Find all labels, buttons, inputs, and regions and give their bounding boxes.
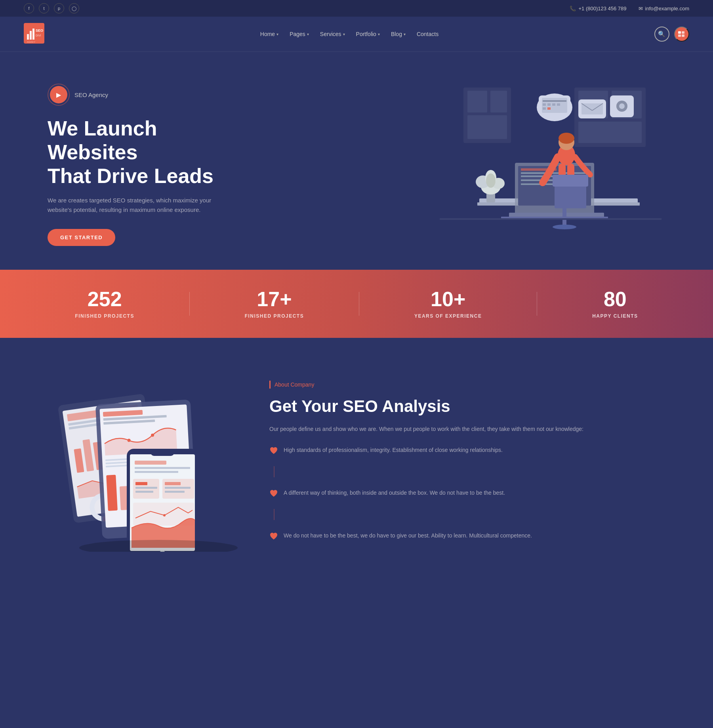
search-button[interactable]: 🔍 <box>654 27 669 42</box>
nav-portfolio[interactable]: Portfolio ▾ <box>356 31 380 37</box>
svg-rect-110 <box>165 487 191 489</box>
svg-rect-41 <box>521 172 588 174</box>
svg-point-63 <box>486 173 496 188</box>
stat-divider <box>537 292 537 316</box>
about-bullet-list: High standards of professionalism, integ… <box>269 446 665 541</box>
about-label-text: About Company <box>275 381 314 388</box>
svg-rect-25 <box>552 103 555 106</box>
stat-label: HAPPY CLIENTS <box>592 313 638 319</box>
chevron-down-icon: ▾ <box>404 32 406 36</box>
hero-description: We are creates targeted SEO strategies, … <box>48 196 214 215</box>
logo-icon: SEO DIVI AGENCY <box>24 23 44 44</box>
stat-number: 10+ <box>414 289 482 309</box>
get-started-button[interactable]: GET STARTED <box>48 229 115 246</box>
svg-rect-1 <box>27 34 29 40</box>
stat-number: 252 <box>75 289 134 309</box>
hero-section: ▶ SEO Agency We Launch Websites That Dri… <box>0 52 713 270</box>
stat-label: YEARS OF EXPERIENCE <box>414 313 482 319</box>
svg-rect-106 <box>135 482 147 485</box>
facebook-icon[interactable]: f <box>24 3 34 13</box>
svg-rect-14 <box>467 115 507 139</box>
heart-icon-1 <box>269 446 278 455</box>
hero-label: ▶ SEO Agency <box>48 84 246 106</box>
about-illustration <box>48 370 238 552</box>
svg-rect-23 <box>543 103 546 106</box>
contact-info: 📞 +1 (800)123 456 789 ✉ info@example.com <box>570 6 689 11</box>
svg-rect-2 <box>30 31 32 40</box>
social-icons: f t p ◯ <box>24 3 79 13</box>
phone-contact: 📞 +1 (800)123 456 789 <box>570 6 626 11</box>
svg-point-35 <box>619 103 625 109</box>
bullet-text-3: We do not have to be the best, we do hav… <box>284 531 532 540</box>
svg-point-57 <box>553 225 576 229</box>
nav-home[interactable]: Home ▾ <box>260 31 278 37</box>
svg-rect-102 <box>135 467 190 469</box>
grid-icon <box>678 31 685 37</box>
bullet-connector <box>274 509 275 520</box>
svg-rect-13 <box>490 91 507 112</box>
svg-rect-18 <box>578 122 642 143</box>
menu-button[interactable] <box>674 27 689 42</box>
about-content: About Company Get Your SEO Analysis Our … <box>269 381 665 541</box>
svg-rect-92 <box>106 475 118 511</box>
svg-point-115 <box>79 540 238 552</box>
play-ring: ▶ <box>48 84 70 106</box>
hero-illustration <box>436 84 665 234</box>
svg-rect-27 <box>543 107 546 110</box>
svg-rect-64 <box>440 218 662 220</box>
chevron-down-icon: ▾ <box>276 32 278 36</box>
nav-pages[interactable]: Pages ▾ <box>290 31 309 37</box>
hero-title: We Launch Websites That Drive Leads <box>48 117 246 188</box>
label-accent-bar <box>269 381 271 389</box>
top-bar: f t p ◯ 📞 +1 (800)123 456 789 ✉ info@exa… <box>0 0 713 17</box>
play-button[interactable]: ▶ <box>50 86 67 103</box>
svg-rect-26 <box>557 103 560 106</box>
bullet-item-2: A different way of thinking, both inside… <box>269 488 665 498</box>
svg-rect-12 <box>467 91 487 112</box>
nav-blog[interactable]: Blog ▾ <box>391 31 406 37</box>
bullet-item-3: We do not have to be the best, we do hav… <box>269 531 665 541</box>
about-illustration-svg <box>48 370 238 552</box>
stat-number: 17+ <box>245 289 304 309</box>
nav-services[interactable]: Services ▾ <box>320 31 345 37</box>
chevron-down-icon: ▾ <box>378 32 380 36</box>
heart-icon-3 <box>269 532 278 541</box>
svg-rect-108 <box>135 491 153 493</box>
svg-rect-3 <box>32 29 34 40</box>
site-logo[interactable]: SEO DIVI AGENCY <box>24 23 44 45</box>
stat-finished-projects-1: 252 FINISHED PROJECTS <box>75 289 134 319</box>
svg-rect-24 <box>547 103 551 106</box>
svg-rect-101 <box>135 461 166 465</box>
svg-rect-54 <box>555 185 586 208</box>
svg-rect-7 <box>678 31 681 34</box>
main-nav: Home ▾ Pages ▾ Services ▾ Portfolio ▾ Bl… <box>260 31 438 37</box>
svg-rect-28 <box>547 107 551 110</box>
stat-happy-clients: 80 HAPPY CLIENTS <box>592 289 638 319</box>
svg-rect-9 <box>678 34 681 37</box>
stat-label: FINISHED PROJECTS <box>245 313 304 319</box>
about-description: Our people define us and show who we are… <box>269 425 665 434</box>
svg-text:SEO: SEO <box>36 29 43 32</box>
bullet-item-1: High standards of professionalism, integ… <box>269 446 665 455</box>
svg-rect-10 <box>682 34 684 37</box>
pinterest-icon[interactable]: p <box>54 3 64 13</box>
svg-point-113 <box>163 514 166 516</box>
stat-finished-projects-2: 17+ FINISHED PROJECTS <box>245 289 304 319</box>
hero-illustration-svg <box>440 84 662 234</box>
svg-text:AGENCY: AGENCY <box>27 41 36 43</box>
nav-contacts[interactable]: Contacts <box>417 31 438 37</box>
stat-divider <box>359 292 359 316</box>
instagram-icon[interactable]: ◯ <box>69 3 79 13</box>
about-title: Get Your SEO Analysis <box>269 396 665 416</box>
chevron-down-icon: ▾ <box>307 32 309 36</box>
heart-icon-2 <box>269 489 278 498</box>
svg-rect-103 <box>135 471 178 473</box>
email-icon: ✉ <box>639 6 643 11</box>
about-section: About Company Get Your SEO Analysis Our … <box>0 338 713 583</box>
twitter-icon[interactable]: t <box>39 3 49 13</box>
svg-rect-112 <box>133 503 194 526</box>
stat-label: FINISHED PROJECTS <box>75 313 134 319</box>
svg-rect-107 <box>135 487 157 489</box>
hero-content: ▶ SEO Agency We Launch Websites That Dri… <box>48 84 246 246</box>
bullet-text-1: High standards of professionalism, integ… <box>284 446 503 454</box>
